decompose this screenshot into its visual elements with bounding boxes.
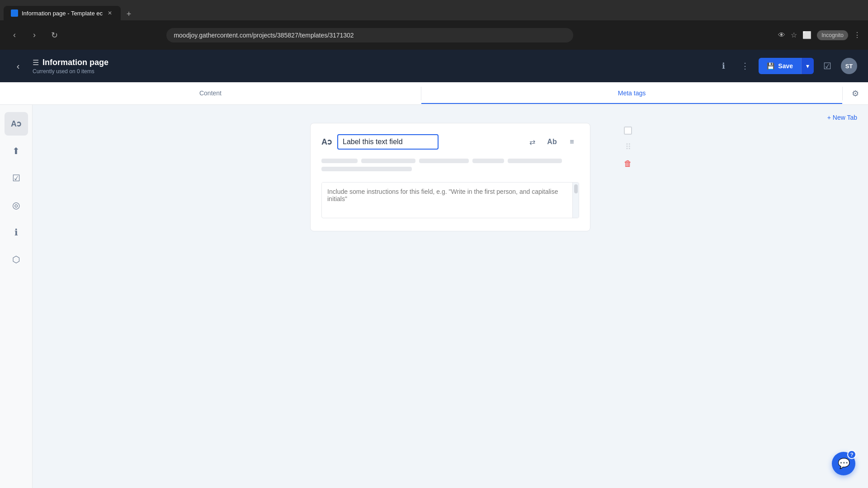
save-group: 💾 Save ▾ xyxy=(759,58,814,74)
app-header: ‹ ☰ Information page Currently used on 0… xyxy=(0,50,868,82)
field-tools: ⇄ Ab ≡ xyxy=(525,135,579,149)
ph-line-3 xyxy=(419,159,469,163)
ph-line-1 xyxy=(321,159,358,163)
ph-line-2 xyxy=(361,159,415,163)
format-text-icon[interactable]: Ab xyxy=(545,135,559,149)
checkbox-icon: ☑ xyxy=(12,173,20,183)
tabs-bar: Content Meta tags ⚙ xyxy=(0,82,868,105)
field-label-input[interactable] xyxy=(337,134,439,150)
help-badge: ? xyxy=(847,450,856,459)
incognito-badge: Incognito xyxy=(817,30,848,40)
left-sidebar: Aↄ ⬆ ☑ ◎ ℹ ⬡ xyxy=(0,105,33,488)
forward-nav-button[interactable]: › xyxy=(27,28,42,42)
save-button[interactable]: 💾 Save xyxy=(759,58,801,74)
menu-icon[interactable]: ⋮ xyxy=(854,31,861,39)
scrollbar[interactable] xyxy=(572,183,579,218)
sidebar-tool-component[interactable]: ⬡ xyxy=(5,248,28,271)
more-options-button[interactable]: ⋮ xyxy=(737,58,753,74)
content-area: + New Tab Aↄ ⇄ Ab ≡ xyxy=(33,105,868,488)
page-subtitle: Currently used on 0 items xyxy=(33,68,108,75)
scroll-thumb xyxy=(574,184,578,193)
address-bar[interactable]: moodjoy.gathercontent.com/projects/38582… xyxy=(166,28,573,42)
eye-off-icon: 👁 xyxy=(778,31,785,39)
tab-meta-tags[interactable]: Meta tags xyxy=(421,83,842,104)
save-icon: 💾 xyxy=(767,62,774,70)
new-tab-link[interactable]: + New Tab xyxy=(827,114,857,121)
upload-icon: ⬆ xyxy=(12,145,20,156)
save-dropdown-button[interactable]: ▾ xyxy=(801,58,814,74)
delete-button[interactable]: 🗑 xyxy=(624,159,632,169)
tab-settings-button[interactable]: ⚙ xyxy=(843,82,868,105)
browser-tab-active[interactable]: Information page - Template ec ✕ xyxy=(4,6,121,20)
tab-content[interactable]: Content xyxy=(0,83,421,104)
document-icon: ☰ xyxy=(33,58,39,67)
task-button[interactable]: ☑ xyxy=(819,58,835,74)
right-action-panel: ⠿ 🗑 xyxy=(624,123,632,169)
sidebar-tool-checkbox[interactable]: ☑ xyxy=(5,166,28,190)
tab-favicon xyxy=(11,9,18,17)
ph-line-5 xyxy=(508,159,562,163)
sidebar-tool-radio[interactable]: ◎ xyxy=(5,193,28,217)
tab-close-button[interactable]: ✕ xyxy=(106,9,113,17)
bookmark-icon[interactable]: ☆ xyxy=(791,31,797,39)
align-icon[interactable]: ≡ xyxy=(565,135,579,149)
info-button[interactable]: ℹ xyxy=(715,58,731,74)
field-header: Aↄ ⇄ Ab ≡ xyxy=(321,134,579,150)
back-nav-button[interactable]: ‹ xyxy=(7,28,22,42)
drag-handle[interactable]: ⠿ xyxy=(625,142,631,152)
placeholder-lines xyxy=(321,159,579,171)
radio-icon: ◎ xyxy=(12,200,20,211)
page-info: ☰ Information page Currently used on 0 i… xyxy=(33,58,108,75)
chat-bubble[interactable]: ? 💬 xyxy=(832,452,855,475)
header-actions: ℹ ⋮ 💾 Save ▾ ☑ ST xyxy=(715,58,857,74)
page-title: Information page xyxy=(42,58,108,67)
component-icon: ⬡ xyxy=(12,254,20,265)
info-icon: ℹ xyxy=(14,227,18,238)
reload-button[interactable]: ↻ xyxy=(47,28,61,42)
chat-icon: 💬 xyxy=(838,458,850,469)
sidebar-tool-upload[interactable]: ⬆ xyxy=(5,139,28,163)
sidebar-tool-info[interactable]: ℹ xyxy=(5,221,28,244)
instructions-textarea[interactable] xyxy=(322,183,579,210)
ph-line-6 xyxy=(321,167,412,171)
ph-line-4 xyxy=(472,159,504,163)
field-card: Aↄ ⇄ Ab ≡ xyxy=(310,123,590,231)
field-checkbox[interactable] xyxy=(624,127,632,135)
url-text: moodjoy.gathercontent.com/projects/38582… xyxy=(174,32,354,39)
text-field-icon: Aↄ xyxy=(11,119,21,129)
avatar[interactable]: ST xyxy=(841,58,857,74)
extension-icon[interactable]: ⬜ xyxy=(802,31,811,39)
new-tab-button[interactable]: + xyxy=(123,8,135,20)
swap-icon[interactable]: ⇄ xyxy=(525,135,539,149)
sidebar-tool-text[interactable]: Aↄ xyxy=(5,112,28,136)
tab-title: Information page - Template ec xyxy=(22,10,103,17)
main-content: Aↄ ⬆ ☑ ◎ ℹ ⬡ + New Tab xyxy=(0,105,868,488)
back-button[interactable]: ‹ xyxy=(11,59,25,73)
field-type-icon: Aↄ xyxy=(321,137,332,147)
